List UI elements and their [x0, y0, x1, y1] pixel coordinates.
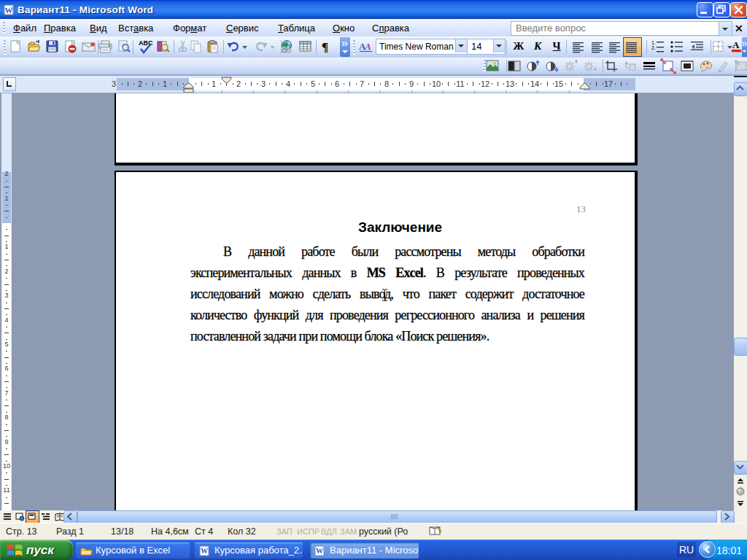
svg-text:¶: ¶ [322, 40, 328, 54]
svg-text:ABC: ABC [139, 39, 153, 47]
svg-text:2.: 2. [651, 45, 656, 50]
svg-text:A: A [364, 41, 371, 52]
svg-text:W: W [201, 547, 208, 555]
svg-text:W: W [316, 547, 323, 555]
svg-text:W: W [5, 6, 13, 15]
svg-text:1.: 1. [651, 40, 656, 45]
svg-text:A: A [732, 39, 740, 50]
